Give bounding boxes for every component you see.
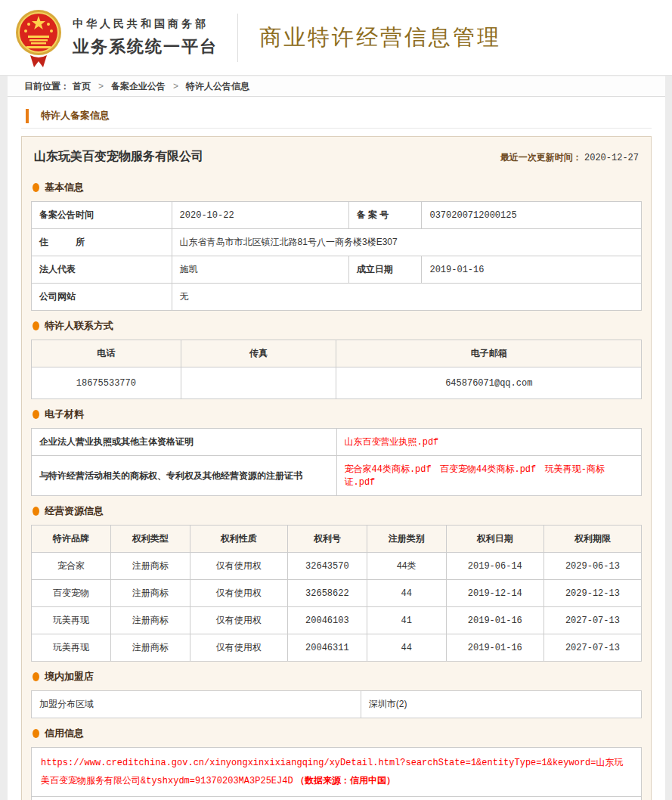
panel-title-franchisor-record: 特许人备案信息 (21, 104, 652, 129)
section-resources: 经营资源信息 (31, 496, 642, 525)
right-type-cell: 注册商标 (110, 607, 190, 634)
bullet-icon (33, 410, 39, 419)
website-label: 公司网站 (32, 284, 172, 311)
section-franchise-stores: 境内加盟店 (31, 662, 642, 690)
address-value: 山东省青岛市市北区镇江北路81号八一商务楼3楼E307 (172, 229, 641, 256)
record-no-value: 0370200712000125 (422, 202, 642, 229)
basic-info-table: 备案公告时间 2020-10-22 备 案 号 0370200712000125… (31, 201, 642, 311)
company-name: 山东玩美百变宠物服务有限公司 (34, 149, 203, 165)
right-type-cell: 注册商标 (110, 553, 190, 580)
breadcrumb-current-link[interactable]: 特许人公告信息 (186, 80, 249, 93)
right-nature-cell: 仅有使用权 (190, 634, 287, 662)
last-updated-label: 最近一次更新时间： (500, 152, 582, 163)
section-basic-info-title: 基本信息 (45, 181, 84, 194)
franchise-table: 加盟分布区域 深圳市(2) (31, 690, 642, 718)
table-row: 企业法人营业执照或其他主体资格证明 山东百变营业执照.pdf (32, 429, 642, 456)
right-nature-cell: 仅有使用权 (190, 580, 287, 607)
reg-class-cell: 44 (367, 634, 446, 662)
materials-table: 企业法人营业执照或其他主体资格证明 山东百变营业执照.pdf 与特许经营活动相关… (31, 428, 642, 496)
right-type-header: 权利类型 (110, 526, 190, 553)
announce-date-value: 2020-10-22 (172, 202, 348, 229)
bullet-icon (33, 321, 39, 330)
right-date-cell: 2019-01-16 (446, 634, 543, 662)
bullet-icon (33, 507, 39, 516)
email-header: 电子邮箱 (336, 340, 642, 367)
bullet-icon (33, 729, 39, 738)
bullet-icon (33, 672, 39, 681)
brand-cell: 玩美再现 (32, 634, 111, 662)
credit-info-box: https://www.creditchina.gov.cn/xinyongxi… (31, 747, 642, 797)
brand-header: 特许品牌 (32, 526, 111, 553)
section-materials-title: 电子材料 (45, 408, 84, 421)
right-date-header: 权利日期 (446, 526, 543, 553)
brand-cell: 百变宠物 (32, 580, 111, 607)
table-row: 玩美再现 注册商标 仅有使用权 20046311 44 2019-01-16 2… (32, 634, 642, 662)
region-value: 深圳市(2) (361, 691, 641, 718)
reg-class-cell: 44类 (367, 553, 446, 580)
table-row: 宠合家 注册商标 仅有使用权 32643570 44类 2019-06-14 2… (32, 553, 642, 580)
table-row: 加盟分布区域 深圳市(2) (32, 691, 642, 718)
credit-source-note: （数据来源：信用中国） (296, 775, 395, 786)
right-date-cell: 2019-06-14 (446, 553, 543, 580)
right-type-cell: 注册商标 (110, 580, 190, 607)
page-body: 目前位置： 首页 > 备案企业公告 > 特许人公告信息 特许人备案信息 山东玩美… (0, 76, 672, 800)
phone-value: 18675533770 (32, 367, 181, 399)
right-nature-cell: 仅有使用权 (190, 607, 287, 634)
right-term-cell: 2029-12-13 (543, 580, 641, 607)
right-date-cell: 2019-12-14 (446, 580, 543, 607)
right-no-cell: 32643570 (287, 553, 367, 580)
region-label: 加盟分布区域 (32, 691, 361, 718)
right-term-cell: 2029-06-13 (543, 553, 641, 580)
company-header-row: 山东玩美百变宠物服务有限公司 最近一次更新时间： 2020-12-27 (31, 137, 642, 172)
legal-rep-label: 法人代表 (32, 256, 172, 284)
table-row: 法人代表 施凯 成立日期 2019-01-16 (32, 256, 642, 284)
pdf-link-trademark-1[interactable]: 宠合家44类商标.pdf (345, 464, 432, 475)
trademark-cert-files: 宠合家44类商标.pdf 百变宠物44类商标.pdf 玩美再现-商标证.pdf (336, 456, 642, 496)
reg-class-header: 注册类别 (367, 526, 446, 553)
section-credit-info-title: 信用信息 (45, 727, 84, 740)
table-row: 备案公告时间 2020-10-22 备 案 号 0370200712000125 (32, 202, 642, 229)
breadcrumb-home-link[interactable]: 首页 (73, 80, 91, 93)
complaint-row: 我要投诉 (31, 797, 642, 800)
right-no-cell: 20046311 (287, 634, 367, 662)
section-franchise-stores-title: 境内加盟店 (45, 670, 94, 684)
section-materials: 电子材料 (31, 399, 642, 428)
right-nature-header: 权利性质 (190, 526, 287, 553)
table-row: 百变宠物 注册商标 仅有使用权 32658622 44 2019-12-14 2… (32, 580, 642, 607)
page-title: 商业特许经营信息管理 (259, 23, 501, 53)
record-no-label: 备 案 号 (348, 202, 422, 229)
license-label: 企业法人营业执照或其他主体资格证明 (32, 429, 337, 456)
table-header-row: 特许品牌 权利类型 权利性质 权利号 注册类别 权利日期 权利期限 (32, 526, 642, 553)
contact-table: 电话 传真 电子邮箱 18675533770 645876071@qq.com (31, 340, 642, 399)
breadcrumb-separator: > (173, 81, 178, 91)
trademark-cert-label: 与特许经营活动相关的商标权、专利权及其他经营资源的注册证书 (32, 456, 337, 496)
breadcrumb-announcement-link[interactable]: 备案企业公告 (111, 80, 166, 93)
establish-date-label: 成立日期 (348, 256, 422, 284)
reg-class-cell: 41 (367, 607, 446, 634)
table-row: 与特许经营活动相关的商标权、专利权及其他经营资源的注册证书 宠合家44类商标.p… (32, 456, 642, 496)
legal-rep-value: 施凯 (172, 256, 348, 284)
right-term-cell: 2027-07-13 (543, 607, 641, 634)
main-container: 特许人备案信息 山东玩美百变宠物服务有限公司 最近一次更新时间： 2020-12… (8, 97, 665, 800)
phone-header: 电话 (32, 340, 181, 367)
right-type-cell: 注册商标 (110, 634, 190, 662)
right-term-cell: 2027-07-13 (543, 634, 641, 662)
section-contact-title: 特许人联系方式 (45, 319, 113, 333)
national-emblem-icon (15, 8, 62, 67)
header-divider (237, 14, 238, 62)
pdf-link-trademark-2[interactable]: 百变宠物44类商标.pdf (440, 464, 536, 475)
fax-header: 传真 (181, 340, 336, 367)
section-basic-info: 基本信息 (31, 172, 642, 201)
breadcrumb: 目前位置： 首页 > 备案企业公告 > 特许人公告信息 (8, 76, 665, 97)
pdf-link-business-license[interactable]: 山东百变营业执照.pdf (345, 437, 439, 448)
email-value: 645876071@qq.com (336, 367, 642, 399)
section-credit-info: 信用信息 (31, 718, 642, 747)
table-row: 公司网站 无 (32, 284, 642, 311)
last-updated: 最近一次更新时间： 2020-12-27 (500, 151, 639, 165)
table-header-row: 电话 传真 电子邮箱 (32, 340, 642, 367)
ministry-logo-text: 中华人民共和国商务部 业务系统统一平台 (73, 17, 218, 58)
table-row: 住 所 山东省青岛市市北区镇江北路81号八一商务楼3楼E307 (32, 229, 642, 256)
right-no-header: 权利号 (287, 526, 367, 553)
platform-name: 业务系统统一平台 (73, 36, 218, 58)
brand-cell: 宠合家 (32, 553, 111, 580)
